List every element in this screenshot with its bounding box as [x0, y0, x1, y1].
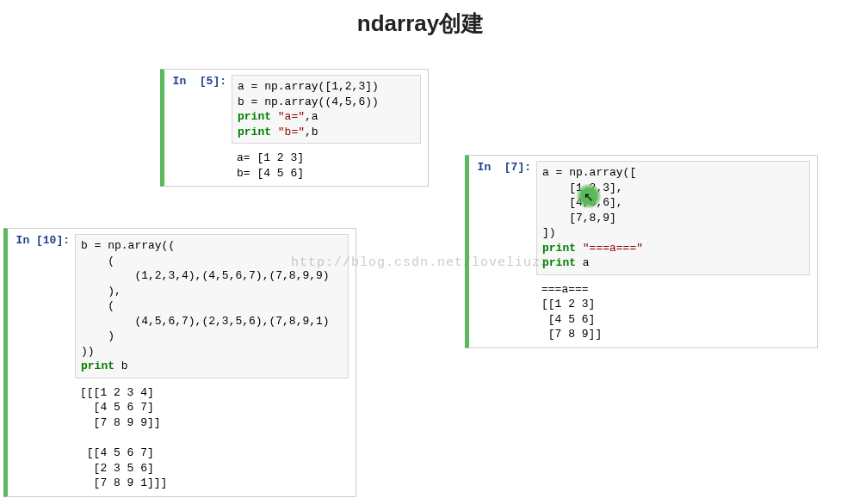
cell-in-7: In [7]: a = np.array([ [1,2,3], [4,5,6],…	[465, 155, 818, 348]
page-title: ndarray创建	[0, 9, 841, 39]
prompt-in-5: In [5]:	[170, 75, 232, 88]
code-in-10[interactable]: b = np.array(( ( (1,2,3,4),(4,5,6,7),(7,…	[75, 234, 349, 378]
cell-in-5: In [5]: a = np.array([1,2,3]) b = np.arr…	[160, 69, 429, 187]
output-in-10: [[[1 2 3 4] [4 5 6 7] [7 8 9 9]] [[4 5 6…	[75, 382, 349, 491]
code-in-5[interactable]: a = np.array([1,2,3]) b = np.array((4,5,…	[232, 75, 421, 144]
code-in-7[interactable]: a = np.array([ [1,2,3], [4,5,6], [7,8,9]…	[536, 161, 810, 275]
prompt-in-7: In [7]:	[474, 161, 536, 174]
output-in-7: ===a=== [[1 2 3] [4 5 6] [7 8 9]]	[536, 279, 810, 342]
cell-in-10: In [10]: b = np.array(( ( (1,2,3,4),(4,5…	[3, 228, 356, 497]
output-in-5: a= [1 2 3] b= [4 5 6]	[232, 147, 421, 181]
prompt-in-10: In [10]:	[13, 234, 75, 247]
